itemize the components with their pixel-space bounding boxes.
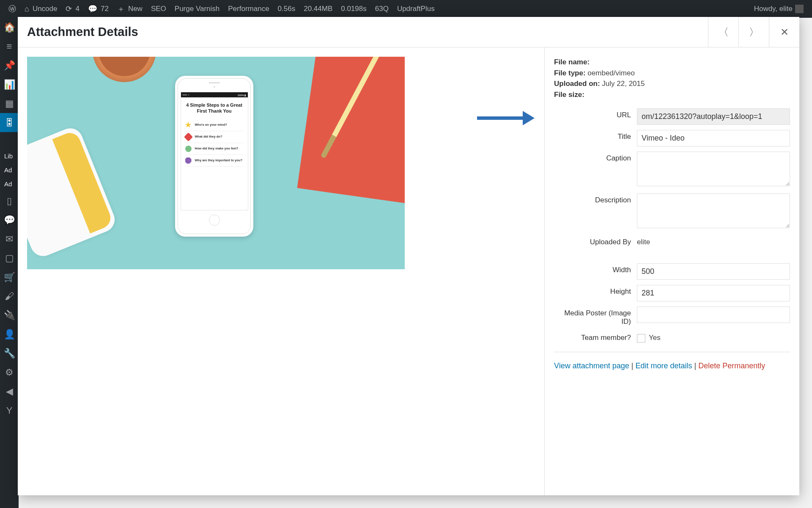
mail-icon[interactable]: ✉ [0, 229, 19, 248]
uploaded-label: Uploaded on: [554, 80, 600, 88]
filetype-label: File type: [554, 69, 586, 77]
caption-label: Caption [554, 152, 637, 163]
pin-icon[interactable]: 📌 [0, 56, 19, 75]
modal-nav: 〈 〉 ✕ [708, 17, 799, 47]
caption-field[interactable] [637, 152, 790, 186]
url-label: URL [554, 108, 637, 119]
details-panel: File name: File type: oembed/vimeo Uploa… [545, 47, 799, 495]
action-links: View attachment page | Edit more details… [554, 362, 790, 370]
view-attachment-link[interactable]: View attachment page [554, 362, 629, 370]
chevron-right-icon: 〉 [749, 25, 759, 39]
admin-bar: ⓦ ⌂Uncode ⟳4 💬72 ＋New SEO Purge Varnish … [0, 0, 812, 18]
new-link[interactable]: ＋New [113, 4, 147, 14]
prop-cup [27, 124, 118, 260]
users-icon[interactable]: 👤 [0, 325, 19, 344]
height-label: Height [554, 285, 637, 296]
edit-details-link[interactable]: Edit more details [635, 362, 692, 370]
url-field[interactable] [637, 108, 790, 125]
ab-queries[interactable]: 63Q [371, 5, 393, 13]
chevron-left-icon: 〈 [719, 25, 729, 39]
site-name: Uncode [33, 5, 58, 13]
file-meta: File name: File type: oembed/vimeo Uploa… [554, 57, 790, 100]
yoast-icon[interactable]: Y [0, 401, 19, 420]
width-label: Width [554, 263, 637, 274]
cart-icon[interactable]: 🛒 [0, 268, 19, 287]
submenu-add1[interactable]: Ad [0, 163, 19, 177]
media-icon[interactable]: 🎛 [0, 113, 19, 132]
width-field[interactable] [637, 263, 790, 280]
comment-icon: 💬 [88, 4, 97, 14]
team-option: Yes [649, 334, 661, 342]
ab-memory[interactable]: 20.44MB [299, 5, 337, 13]
ab-purge[interactable]: Purge Varnish [170, 5, 224, 13]
title-label: Title [554, 130, 637, 141]
plus-icon: ＋ [117, 4, 125, 14]
prop-notebook [297, 57, 405, 203]
submenu-library[interactable]: Lib [0, 149, 19, 163]
screen-heading: 4 Simple Steps to a Great First Thank Yo… [185, 102, 244, 114]
divider [554, 352, 790, 352]
filename-label: File name: [554, 58, 590, 66]
stats-icon[interactable]: 📊 [0, 75, 19, 94]
home-icon: ⌂ [25, 5, 29, 14]
close-button[interactable]: ✕ [769, 17, 799, 47]
refresh-icon: ⟳ [66, 4, 72, 14]
howdy-text: Howdy, elite [754, 5, 793, 13]
site-link[interactable]: ⌂Uncode [20, 5, 61, 14]
team-label: Team member? [554, 331, 637, 342]
close-icon: ✕ [780, 26, 789, 38]
admin-sidebar: 🏠 ≡ 📌 📊 ▦ 🎛 Lib Ad Ad ▯ 💬 ✉ ▢ 🛒 🖌 🔌 👤 🔧 … [0, 18, 19, 508]
ab-seo[interactable]: SEO [147, 5, 170, 13]
description-label: Description [554, 193, 637, 204]
comments-count: 72 [101, 5, 109, 13]
plugins-icon[interactable]: 🔌 [0, 306, 19, 325]
pages-icon[interactable]: ▯ [0, 191, 19, 210]
modal-title: Attachment Details [18, 25, 148, 39]
modal-header: Attachment Details 〈 〉 ✕ [18, 17, 799, 47]
prev-button[interactable]: 〈 [708, 17, 738, 47]
blocks-icon[interactable]: ▦ [0, 94, 19, 113]
howdy-link[interactable]: Howdy, elite [750, 5, 808, 13]
uploadedby-value: elite [637, 235, 790, 246]
tools-icon[interactable]: 🔧 [0, 344, 19, 363]
ab-updraft[interactable]: UpdraftPlus [393, 5, 439, 13]
settings-icon[interactable]: ⚙ [0, 363, 19, 382]
team-checkbox[interactable] [637, 334, 645, 342]
description-field[interactable] [637, 193, 790, 228]
new-label: New [128, 5, 143, 13]
preview-image: ••••• ⏦100% ▮ 4 Simple Steps to a Great … [27, 57, 405, 269]
updates-link[interactable]: ⟳4 [61, 4, 83, 14]
media-preview: ••••• ⏦100% ▮ 4 Simple Steps to a Great … [18, 47, 545, 495]
attachment-details-modal: Attachment Details 〈 〉 ✕ ••••• ⏦100% ▮ [18, 17, 799, 495]
woo-icon[interactable]: ▢ [0, 248, 19, 268]
filetype-value: oembed/vimeo [587, 69, 635, 77]
prop-plate [93, 57, 156, 82]
comments-link[interactable]: 💬72 [84, 4, 113, 14]
delete-permanently-link[interactable]: Delete Permanently [698, 362, 765, 370]
brush-icon[interactable]: 🖌 [0, 287, 19, 306]
dashboard-icon[interactable]: 🏠 [0, 18, 19, 37]
ab-time[interactable]: 0.56s [274, 5, 300, 13]
ab-performance[interactable]: Performance [224, 5, 273, 13]
height-field[interactable] [637, 285, 790, 301]
title-field[interactable] [637, 130, 790, 146]
ab-db[interactable]: 0.0198s [337, 5, 371, 13]
media-submenu: Lib Ad Ad [0, 149, 19, 191]
comment-menu-icon[interactable]: 💬 [0, 210, 19, 229]
wordpress-icon: ⓦ [8, 4, 16, 14]
avatar [795, 5, 804, 13]
poster-field[interactable] [637, 306, 790, 323]
next-button[interactable]: 〉 [738, 17, 769, 47]
uploadedby-label: Uploaded By [554, 235, 637, 246]
wp-logo[interactable]: ⓦ [4, 4, 20, 14]
updates-count: 4 [75, 5, 79, 13]
collapse-icon[interactable]: ◀ [0, 382, 19, 401]
submenu-add2[interactable]: Ad [0, 177, 19, 191]
uploaded-value: July 22, 2015 [602, 80, 645, 88]
poster-label: Media Poster (Image ID) [554, 306, 637, 326]
layers-icon[interactable]: ≡ [0, 37, 19, 56]
phone-mockup: ••••• ⏦100% ▮ 4 Simple Steps to a Great … [175, 76, 253, 237]
filesize-label: File size: [554, 91, 584, 99]
